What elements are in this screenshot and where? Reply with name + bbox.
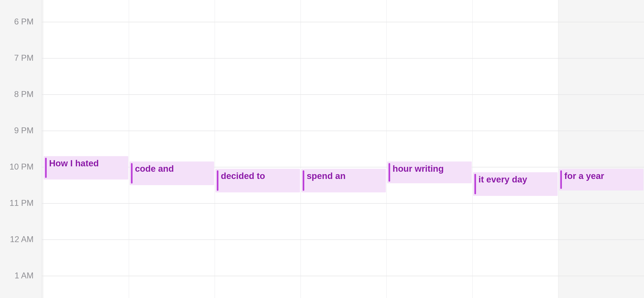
calendar-week-view: 6 PM7 PM8 PM9 PM10 PM11 PM12 AM1 AM How …	[0, 0, 644, 298]
time-label: 11 PM	[9, 198, 34, 208]
hour-gridline	[387, 203, 472, 204]
day-column[interactable]: spend an	[301, 0, 386, 298]
hour-gridline	[387, 22, 472, 22]
hour-gridline	[558, 94, 644, 95]
time-label: 8 PM	[14, 89, 34, 99]
time-label: 9 PM	[14, 126, 34, 135]
hour-gridline	[301, 58, 386, 59]
hour-gridline	[215, 131, 301, 131]
hour-gridline	[473, 131, 558, 131]
event-title: it every day	[478, 174, 555, 185]
hour-gridline	[387, 276, 472, 276]
day-column[interactable]: hour writing	[386, 0, 472, 298]
hour-gridline	[387, 58, 472, 59]
calendar-event[interactable]: hour writing	[387, 161, 472, 183]
time-axis: 6 PM7 PM8 PM9 PM10 PM11 PM12 AM1 AM	[0, 0, 42, 298]
event-title: decided to	[221, 171, 297, 181]
hour-gridline	[301, 203, 386, 204]
hour-gridline	[387, 239, 472, 240]
calendar-event[interactable]: it every day	[473, 172, 558, 196]
event-title: for a year	[564, 171, 641, 181]
event-title: code and	[135, 164, 211, 174]
hour-gridline	[473, 167, 558, 167]
hour-gridline	[129, 203, 215, 204]
hour-gridline	[473, 239, 558, 240]
calendar-event[interactable]: spend an	[301, 169, 386, 192]
hour-gridline	[43, 276, 129, 276]
hour-gridline	[558, 131, 644, 131]
hour-gridline	[215, 167, 301, 167]
hour-gridline	[558, 22, 644, 22]
hour-gridline	[301, 131, 386, 131]
day-column[interactable]: decided to	[215, 0, 301, 298]
hour-gridline	[129, 94, 215, 95]
calendar-event[interactable]: for a year	[559, 169, 643, 191]
event-title: How I hated	[49, 158, 126, 168]
hour-gridline	[43, 203, 129, 204]
hour-gridline	[473, 203, 558, 204]
hour-gridline	[129, 131, 215, 131]
hour-gridline	[473, 58, 558, 59]
hour-gridline	[129, 239, 215, 240]
hour-gridline	[129, 58, 215, 59]
hour-gridline	[43, 94, 129, 95]
time-label: 7 PM	[14, 53, 34, 63]
calendar-event[interactable]: code and	[130, 161, 214, 185]
hour-gridline	[43, 22, 129, 22]
calendar-event[interactable]: How I hated	[44, 156, 128, 180]
hour-gridline	[473, 276, 558, 276]
time-label: 10 PM	[9, 162, 34, 172]
hour-gridline	[215, 94, 301, 95]
hour-gridline	[129, 22, 215, 22]
hour-gridline	[301, 276, 386, 276]
time-label: 6 PM	[14, 17, 34, 27]
hour-gridline	[215, 276, 301, 276]
hour-gridline	[301, 239, 386, 240]
hour-gridline	[558, 58, 644, 59]
calendar-grid[interactable]: How I hatedcode anddecided tospend anhou…	[42, 0, 644, 298]
hour-gridline	[43, 239, 129, 240]
day-column[interactable]: it every day	[472, 0, 558, 298]
hour-gridline	[558, 276, 644, 276]
hour-gridline	[558, 167, 644, 167]
hour-gridline	[387, 131, 472, 131]
hour-gridline	[473, 94, 558, 95]
hour-gridline	[301, 94, 386, 95]
time-label: 1 AM	[14, 271, 34, 281]
hour-gridline	[558, 239, 644, 240]
day-column[interactable]: for a year	[558, 0, 644, 298]
time-label: 12 AM	[10, 235, 34, 244]
hour-gridline	[215, 203, 301, 204]
day-column[interactable]: How I hated	[43, 0, 129, 298]
hour-gridline	[43, 131, 129, 131]
hour-gridline	[301, 22, 386, 22]
calendar-event[interactable]: decided to	[215, 169, 300, 192]
event-title: spend an	[307, 171, 383, 181]
event-title: hour writing	[393, 164, 469, 174]
hour-gridline	[558, 203, 644, 204]
hour-gridline	[215, 239, 301, 240]
hour-gridline	[387, 94, 472, 95]
hour-gridline	[43, 58, 129, 59]
hour-gridline	[215, 58, 301, 59]
hour-gridline	[473, 22, 558, 22]
hour-gridline	[129, 276, 215, 276]
hour-gridline	[301, 167, 386, 167]
day-column[interactable]: code and	[129, 0, 215, 298]
hour-gridline	[215, 22, 301, 22]
